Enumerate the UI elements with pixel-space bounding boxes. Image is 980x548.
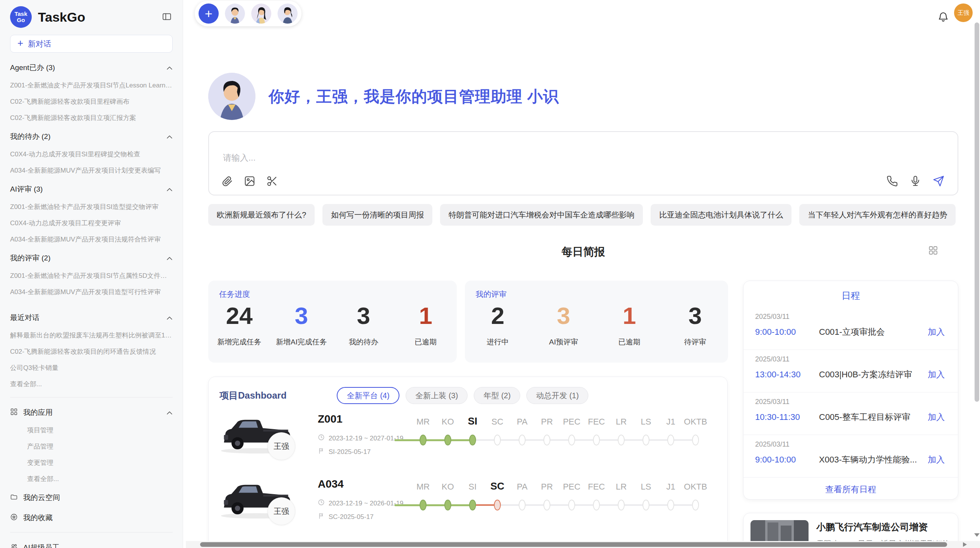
chevron-up-icon[interactable]: [166, 254, 173, 262]
paperclip-icon[interactable]: [221, 175, 233, 188]
chevron-up-icon[interactable]: [166, 63, 173, 72]
image-icon[interactable]: [244, 175, 255, 188]
view-all-schedule-link[interactable]: 查看所有日程: [744, 484, 958, 495]
milestone-node[interactable]: [519, 435, 526, 445]
sidebar-item[interactable]: Z001-全新燃油轻卡产品开发项目SI造型提交物评审: [10, 204, 173, 211]
project-row[interactable]: 王强Z0012023-12-19 ~ 2027-01-19SI-2025-05-…: [209, 410, 728, 475]
join-button[interactable]: 加入: [928, 369, 945, 380]
schedule-date: 2025/03/11: [755, 440, 945, 449]
milestone-node[interactable]: [618, 435, 625, 445]
join-button[interactable]: 加入: [928, 326, 945, 338]
milestone-node[interactable]: [519, 500, 526, 510]
stat-item: 1已逾期: [395, 303, 457, 347]
send-icon[interactable]: [933, 175, 944, 188]
agent-avatar-1[interactable]: [225, 3, 245, 24]
dashboard-tab[interactable]: 年型 (2): [474, 387, 520, 404]
sidebar-section-header[interactable]: 我的待办 (2): [10, 132, 173, 142]
sidebar-app-item[interactable]: 变更管理: [10, 459, 173, 466]
sidebar-section-header[interactable]: Agent已办 (3): [10, 63, 173, 73]
stat-label: 新增AI完成任务: [271, 337, 333, 347]
milestone-node[interactable]: [469, 435, 476, 445]
sidebar-apps-header[interactable]: 我的应用: [10, 408, 173, 418]
milestone-node[interactable]: [568, 500, 575, 510]
new-chat-button[interactable]: + 新对话: [10, 35, 173, 53]
sidebar-item[interactable]: C02-飞腾新能源轻客改款项目立项汇报方案: [10, 115, 173, 122]
dashboard-tab[interactable]: 全新平台 (4): [337, 387, 399, 404]
add-agent-button[interactable]: +: [199, 3, 219, 24]
sidebar-item[interactable]: A034-全新新能源MUV产品开发项目计划变更表编写: [10, 167, 173, 174]
join-button[interactable]: 加入: [928, 454, 945, 466]
sidebar-item-cloud-space[interactable]: 我的云空间: [10, 493, 173, 503]
microphone-icon[interactable]: [910, 175, 921, 188]
sidebar-section-header[interactable]: 最近对话: [10, 313, 173, 323]
sidebar-app-item[interactable]: 产品管理: [10, 443, 173, 450]
milestone-node[interactable]: [642, 500, 649, 510]
sidebar-app-item[interactable]: 项目管理: [10, 427, 173, 434]
layout-grid-icon[interactable]: [928, 245, 938, 257]
suggestion-chip[interactable]: 特朗普可能对进口汽车增税会对中国车企造成哪些影响: [440, 204, 643, 226]
milestone-node[interactable]: [494, 435, 501, 445]
milestone-node[interactable]: [593, 435, 600, 445]
sidebar-item[interactable]: 公司Q3轻卡销量: [10, 365, 173, 372]
sidebar-item[interactable]: A034-全新新能源MUV产品开发项目造型可行性评审: [10, 289, 173, 296]
scroll-right-arrow[interactable]: [963, 542, 967, 547]
notification-bell-icon[interactable]: [937, 11, 949, 24]
milestone-node[interactable]: [667, 435, 674, 445]
milestone-node[interactable]: [568, 435, 575, 445]
milestone-node[interactable]: [618, 500, 625, 510]
milestone-node[interactable]: [420, 435, 427, 445]
milestone-label: PEC: [559, 482, 584, 492]
stat-label: 进行中: [465, 337, 531, 347]
suggestion-chip[interactable]: 当下年轻人对汽车外观有怎样的喜好趋势: [799, 204, 956, 226]
milestone-node[interactable]: [593, 500, 600, 510]
horizontal-scrollbar-thumb[interactable]: [200, 542, 947, 547]
sidebar-item[interactable]: 查看全部...: [10, 381, 173, 388]
chat-input[interactable]: [223, 153, 765, 163]
milestone-node[interactable]: [543, 435, 550, 445]
milestone-node[interactable]: [642, 435, 649, 445]
milestone-node[interactable]: [667, 500, 674, 510]
sidebar-app-item[interactable]: 查看全部...: [10, 476, 173, 483]
milestone-node[interactable]: [420, 500, 427, 510]
sidebar-item[interactable]: Z001-全新燃油轻卡产品开发项目SI节点属性5D文件评审: [10, 272, 173, 279]
sidebar-tool-item[interactable]: AI超级员工: [10, 543, 173, 548]
sidebar-section-header[interactable]: 我的评审 (2): [10, 253, 173, 263]
milestone-node[interactable]: [444, 435, 451, 445]
phone-icon[interactable]: [886, 175, 898, 188]
agent-avatar-3[interactable]: [278, 3, 298, 24]
suggestion-chip[interactable]: 比亚迪全固态电池计划具体说了什么: [651, 204, 792, 226]
milestone-node[interactable]: [444, 500, 451, 510]
sidebar-section-header[interactable]: AI评审 (3): [10, 184, 173, 194]
vertical-scrollbar-thumb[interactable]: [975, 22, 979, 402]
stat-label: 已逾期: [596, 337, 662, 347]
sidebar-item[interactable]: C0X4-动力总成开发项目工程变更评审: [10, 220, 173, 227]
chevron-up-icon[interactable]: [166, 408, 173, 417]
suggestion-chip[interactable]: 欧洲新规最近颁布了什么?: [208, 204, 315, 226]
scissors-icon[interactable]: [266, 175, 278, 188]
chevron-up-icon[interactable]: [166, 313, 173, 322]
user-avatar[interactable]: 王强: [954, 3, 973, 22]
sidebar-item-favorites[interactable]: 我的收藏: [10, 513, 173, 523]
dashboard-tab[interactable]: 全新上装 (3): [406, 387, 468, 404]
dashboard-tab[interactable]: 动总开发 (1): [526, 387, 588, 404]
suggestion-chip[interactable]: 如何写一份清晰的项目周报: [322, 204, 432, 226]
sidebar-item[interactable]: 解释最新出台的欧盟报废车法规再生塑料比例被调至15%...: [10, 332, 173, 339]
milestone-node[interactable]: [469, 500, 476, 510]
chevron-up-icon[interactable]: [166, 132, 173, 141]
scroll-down-arrow[interactable]: [974, 533, 980, 537]
project-row[interactable]: 王强A0342023-12-19 ~ 2026-01-19SC-2025-05-…: [209, 475, 728, 540]
sidebar-item[interactable]: C0X4-动力总成开发项目SI里程碑提交物检查: [10, 151, 173, 158]
sidebar-collapse-icon[interactable]: [162, 12, 172, 23]
sidebar-item[interactable]: C02-飞腾新能源轻客改款项目的闭环通告反馈情况: [10, 348, 173, 355]
milestone-label: LR: [609, 417, 634, 427]
join-button[interactable]: 加入: [928, 411, 945, 423]
milestone-node[interactable]: [543, 500, 550, 510]
milestone-node[interactable]: [494, 500, 501, 510]
agent-avatar-2[interactable]: [251, 3, 271, 24]
sidebar-item[interactable]: A034-全新新能源MUV产品开发项目法规符合性评审: [10, 236, 173, 243]
chevron-up-icon[interactable]: [166, 185, 173, 194]
sidebar-item[interactable]: Z001-全新燃油皮卡产品开发项目SI节点Lesson Learn报告: [10, 82, 173, 89]
sidebar-item[interactable]: C02-飞腾新能源轻客改款项目里程碑画布: [10, 98, 173, 105]
milestone-node[interactable]: [692, 500, 699, 510]
milestone-node[interactable]: [692, 435, 699, 445]
